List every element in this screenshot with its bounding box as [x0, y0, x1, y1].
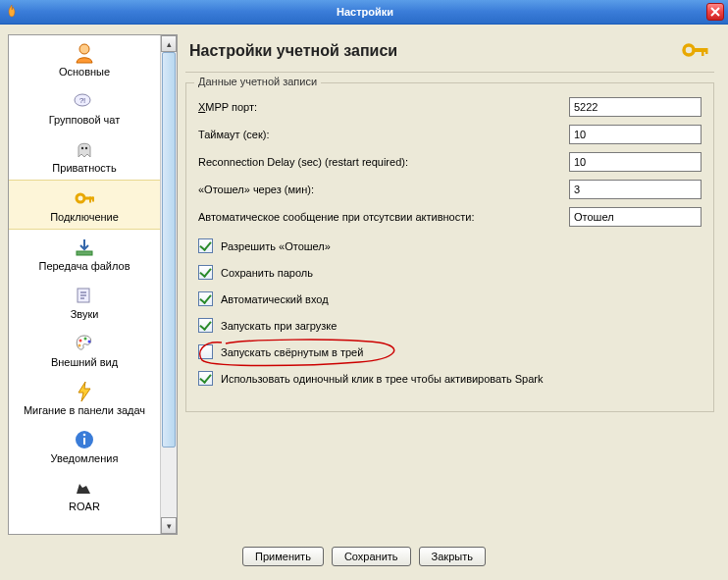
check-label: Разрешить «Отошел»: [221, 240, 331, 252]
save-button[interactable]: Сохранить: [332, 547, 411, 566]
check-label: Запускать свёрнутым в трей: [221, 346, 363, 358]
flame-icon: [4, 4, 20, 20]
sidebar-list: Основные ?! Групповой чат Приватность: [9, 35, 160, 534]
svg-point-14: [78, 344, 81, 347]
sidebar-item-label: Мигание в панели задач: [11, 404, 158, 416]
info-icon: [73, 428, 96, 451]
check-save-password[interactable]: Сохранить пароль: [198, 265, 702, 280]
check-start-in-tray[interactable]: Запускать свёрнутым в трей: [198, 344, 702, 359]
row-away: «Отошел» через (мин):: [198, 180, 702, 199]
svg-rect-16: [83, 438, 85, 445]
window-body: Основные ?! Групповой чат Приватность: [0, 25, 728, 580]
button-bar: Применить Сохранить Закрыть: [0, 535, 728, 580]
sidebar-item-notifications[interactable]: Уведомления: [9, 422, 160, 470]
svg-point-11: [79, 340, 82, 343]
svg-point-12: [84, 338, 87, 341]
scroll-down-icon[interactable]: ▾: [161, 517, 177, 534]
svg-point-13: [88, 341, 91, 343]
sidebar-item-label: Звуки: [11, 308, 158, 320]
checkbox-group: Разрешить «Отошел» Сохранить пароль Авто…: [198, 238, 702, 386]
wolf-icon: [73, 476, 96, 500]
sidebar-item-roar[interactable]: ROAR: [9, 470, 160, 518]
sidebar-item-label: Передача файлов: [11, 260, 158, 272]
checkbox[interactable]: [198, 344, 213, 359]
svg-rect-8: [92, 197, 94, 202]
sidebar-item-privacy[interactable]: Приватность: [9, 132, 160, 180]
row-timeout: Таймаут (сек):: [198, 125, 702, 144]
check-allow-away[interactable]: Разрешить «Отошел»: [198, 238, 702, 253]
apply-button[interactable]: Применить: [242, 547, 324, 566]
svg-point-4: [85, 147, 87, 149]
close-button[interactable]: [706, 3, 724, 21]
scroll-up-icon[interactable]: ▴: [161, 35, 177, 52]
row-reconnect: Reconnection Delay (sec) (restart requir…: [198, 152, 702, 172]
content-row: Основные ?! Групповой чат Приватность: [0, 25, 728, 535]
key-icon: [681, 38, 710, 64]
input-timeout[interactable]: [569, 125, 702, 144]
label-away: «Отошел» через (мин):: [198, 184, 569, 195]
sidebar-item-taskbar-flash[interactable]: Мигание в панели задач: [9, 374, 160, 422]
sidebar-item-general[interactable]: Основные: [9, 35, 160, 83]
svg-rect-7: [89, 197, 91, 203]
check-label: Сохранить пароль: [221, 267, 313, 279]
panel-header: Настройки учетной записи: [185, 34, 714, 73]
svg-text:?!: ?!: [79, 96, 86, 105]
window-title: Настройки: [24, 6, 706, 18]
sidebar-item-sounds[interactable]: Звуки: [9, 278, 160, 326]
label-xmpp-port: XMPP порт:: [198, 101, 569, 113]
label-timeout: Таймаут (сек):: [198, 129, 569, 140]
svg-point-5: [77, 194, 84, 202]
row-automsg: Автоматическое сообщение при отсутсвии а…: [198, 207, 702, 227]
check-run-on-startup[interactable]: Запускать при загрузке: [198, 318, 702, 333]
sidebar-item-connection[interactable]: Подключение: [9, 180, 160, 230]
sidebar: Основные ?! Групповой чат Приватность: [8, 34, 178, 535]
sidebar-scrollbar[interactable]: ▴ ▾: [160, 35, 177, 534]
sidebar-item-appearance[interactable]: Внешний вид: [9, 326, 160, 374]
row-xmpp-port: XMPP порт:: [198, 97, 702, 117]
label-reconnect: Reconnection Delay (sec) (restart requir…: [198, 156, 569, 168]
sidebar-item-label: Групповой чат: [11, 114, 158, 126]
sidebar-item-label: Приватность: [11, 162, 158, 174]
checkbox[interactable]: [198, 265, 213, 280]
svg-point-3: [81, 147, 83, 149]
checkbox[interactable]: [198, 238, 213, 253]
scroll-thumb[interactable]: [162, 52, 176, 448]
sidebar-item-filetransfer[interactable]: Передача файлов: [9, 230, 160, 278]
sidebar-item-label: ROAR: [11, 501, 158, 512]
svg-rect-6: [83, 197, 93, 200]
svg-rect-19: [693, 48, 707, 52]
input-reconnect[interactable]: [569, 152, 702, 172]
svg-point-18: [684, 45, 694, 55]
sidebar-item-label: Подключение: [11, 211, 158, 223]
svg-rect-9: [77, 251, 92, 255]
person-icon: [73, 41, 96, 65]
close-dialog-button[interactable]: Закрыть: [419, 547, 486, 566]
check-auto-login[interactable]: Автоматический вход: [198, 291, 702, 306]
checkbox[interactable]: [198, 371, 213, 386]
checkbox[interactable]: [198, 318, 213, 333]
input-xmpp-port[interactable]: [569, 97, 702, 117]
svg-rect-20: [702, 48, 704, 56]
sidebar-item-groupchat[interactable]: ?! Групповой чат: [9, 83, 160, 132]
palette-icon: [73, 332, 96, 355]
sidebar-item-label: Уведомления: [11, 452, 158, 464]
input-automsg[interactable]: [569, 207, 702, 227]
check-single-click-tray[interactable]: Использовать одиночный клик в трее чтобы…: [198, 371, 702, 386]
account-fieldset: Данные учетной записи XMPP порт: Таймаут…: [185, 82, 714, 412]
check-label: Использовать одиночный клик в трее чтобы…: [221, 373, 544, 385]
sidebar-item-label: Внешний вид: [11, 356, 158, 368]
check-label: Автоматический вход: [221, 293, 329, 305]
sidebar-item-label: Основные: [11, 66, 158, 78]
ghost-icon: [73, 137, 96, 161]
checkbox[interactable]: [198, 291, 213, 306]
input-away[interactable]: [569, 180, 702, 199]
main-panel: Настройки учетной записи Данные учетной …: [178, 34, 720, 535]
svg-point-17: [83, 434, 86, 437]
key-icon: [73, 186, 96, 210]
download-icon: [73, 236, 96, 259]
chat-bubble-icon: ?!: [73, 89, 96, 113]
scroll-track[interactable]: [161, 52, 177, 517]
titlebar: Настройки: [0, 0, 728, 25]
svg-point-0: [79, 44, 89, 54]
lightning-icon: [73, 380, 96, 403]
